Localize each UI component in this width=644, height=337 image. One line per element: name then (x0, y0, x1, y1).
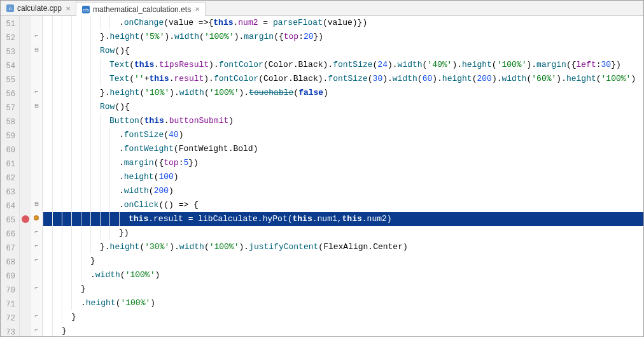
fold-end-icon[interactable]: ⌐ (33, 327, 40, 334)
code-line[interactable]: .width('100%') (43, 268, 643, 282)
fold-end-icon[interactable]: ⌐ (33, 257, 40, 264)
code-line[interactable]: .width(200) (43, 184, 643, 198)
execution-marker-icon (34, 215, 39, 220)
code-line[interactable]: .onClick(() => { (43, 198, 643, 212)
line-number: 65 (1, 213, 19, 227)
marker-column[interactable] (20, 16, 31, 336)
line-number: 63 (1, 185, 19, 199)
code-content[interactable]: .onChange(value =>{this.num2 = parseFloa… (43, 16, 643, 336)
line-number: 66 (1, 227, 19, 241)
code-line[interactable]: .onChange(value =>{this.num2 = parseFloa… (43, 16, 643, 30)
line-number: 72 (1, 312, 19, 326)
code-line[interactable]: Text(''+this.result).fontColor(Color.Bla… (43, 72, 643, 86)
code-line[interactable]: }.height('30%').width('100%').justifyCon… (43, 240, 643, 254)
fold-collapse-icon[interactable]: ⊟ (33, 201, 40, 208)
fold-end-icon[interactable]: ⌐ (33, 229, 40, 236)
close-icon[interactable]: ✕ (66, 5, 71, 12)
fold-end-icon[interactable]: ⌐ (33, 313, 40, 320)
code-line[interactable]: Row(){ (43, 44, 643, 58)
code-line[interactable]: } (43, 282, 643, 296)
svg-text:c: c (9, 6, 11, 11)
tab-mathematical-calculation-ets[interactable]: ets mathematical_calculation.ets ✕ (76, 2, 206, 16)
close-icon[interactable]: ✕ (195, 6, 200, 13)
code-editor[interactable]: 5152535455565758596061626364656667686970… (1, 16, 643, 336)
code-line[interactable]: Button(this.buttonSubmit) (43, 114, 643, 128)
line-number: 57 (1, 101, 19, 115)
line-number: 55 (1, 73, 19, 87)
line-number: 73 (1, 326, 19, 336)
fold-column[interactable]: ⌐⊟⌐⊟⊟⌐⌐⌐⌐⌐⌐ (31, 16, 43, 336)
line-number: 68 (1, 255, 19, 269)
code-line[interactable]: } (43, 310, 643, 324)
code-line[interactable]: .height(100) (43, 170, 643, 184)
line-number: 52 (1, 31, 19, 45)
code-line[interactable]: } (43, 324, 643, 336)
line-number: 60 (1, 143, 19, 157)
svg-text:ets: ets (83, 8, 89, 12)
line-number: 54 (1, 59, 19, 73)
line-number: 53 (1, 45, 19, 59)
tab-calculate-cpp[interactable]: c calculate.cpp ✕ (1, 1, 76, 15)
tab-label: calculate.cpp (17, 4, 62, 13)
code-line[interactable]: .margin({top:5}) (43, 156, 643, 170)
line-number: 67 (1, 241, 19, 255)
line-number: 69 (1, 269, 19, 283)
code-line[interactable]: }) (43, 226, 643, 240)
breakpoint-icon[interactable] (22, 215, 29, 223)
code-line[interactable]: Row(){ (43, 100, 643, 114)
line-number: 64 (1, 199, 19, 213)
line-number: 56 (1, 87, 19, 101)
line-number-gutter: 5152535455565758596061626364656667686970… (1, 16, 20, 336)
fold-end-icon[interactable]: ⌐ (33, 285, 40, 292)
line-number: 62 (1, 171, 19, 185)
code-line[interactable]: Text(this.tipsResult).fontColor(Color.Bl… (43, 58, 643, 72)
line-number: 70 (1, 283, 19, 298)
fold-collapse-icon[interactable]: ⊟ (33, 47, 40, 54)
code-line[interactable]: .height('100%') (43, 296, 643, 310)
code-line[interactable]: }.height('10%').width('100%').touchable(… (43, 86, 643, 100)
code-line[interactable]: .fontSize(40) (43, 128, 643, 142)
line-number: 59 (1, 129, 19, 143)
code-line[interactable]: }.height('5%').width('100%').margin({top… (43, 30, 643, 44)
line-number: 61 (1, 157, 19, 171)
line-number: 58 (1, 115, 19, 129)
line-number: 71 (1, 298, 19, 312)
fold-collapse-icon[interactable]: ⊟ (33, 103, 40, 110)
fold-end-icon[interactable]: ⌐ (33, 89, 40, 96)
code-line[interactable]: .fontWeight(FontWeight.Bold) (43, 142, 643, 156)
cpp-file-icon: c (6, 4, 15, 13)
ets-file-icon: ets (81, 5, 90, 14)
tab-label: mathematical_calculation.ets (93, 5, 191, 14)
fold-end-icon[interactable]: ⌐ (33, 243, 40, 250)
code-line[interactable]: this.result = libCalculate.hyPot(this.nu… (43, 212, 643, 226)
line-number: 51 (1, 17, 19, 31)
code-line[interactable]: } (43, 254, 643, 268)
fold-end-icon[interactable]: ⌐ (33, 33, 40, 40)
tab-bar: c calculate.cpp ✕ ets mathematical_calcu… (1, 1, 643, 16)
